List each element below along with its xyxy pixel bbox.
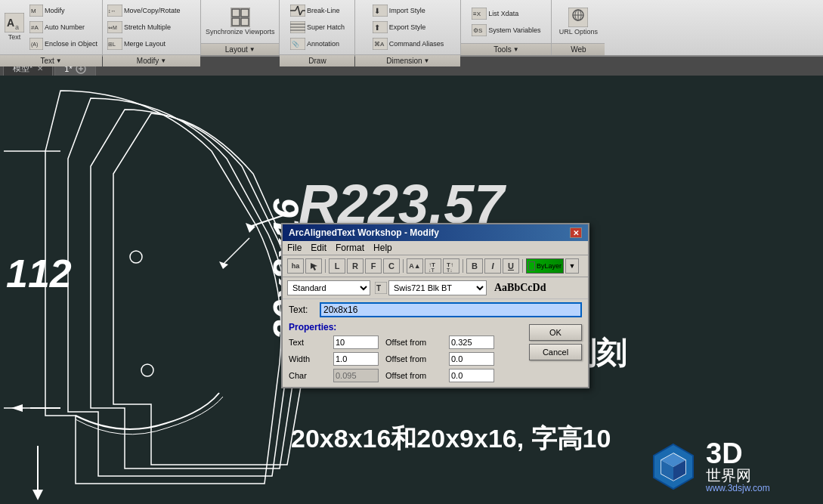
export-style-icon: ⬆ — [373, 21, 388, 33]
dialog-menu-edit[interactable]: Edit — [311, 243, 326, 253]
toolbar-sep-1 — [325, 259, 326, 273]
svg-marker-75 — [311, 263, 317, 271]
svg-text:#A: #A — [31, 24, 39, 31]
font-dropdown[interactable]: Swis721 Blk BT — [388, 280, 487, 295]
super-hatch-icon — [290, 21, 305, 33]
prop-offset3-label: Offset from — [385, 371, 446, 380]
merge-icon: ⊞L — [107, 38, 122, 50]
layout-group-footer[interactable]: Layout ▼ — [201, 43, 279, 55]
system-variables-button[interactable]: ⚙S System Variables — [470, 23, 542, 38]
text-tool-button[interactable]: A a Text — [3, 11, 26, 43]
web-group-footer[interactable]: Web — [552, 43, 605, 55]
dialog-menubar: File Edit Format Help — [283, 241, 588, 255]
tool-L[interactable]: L — [329, 258, 345, 274]
enclose-button[interactable]: (A) Enclose in Object — [28, 36, 99, 51]
auto-number-icon: #A — [29, 21, 43, 33]
svg-text:≡X: ≡X — [473, 11, 481, 17]
command-aliases-button[interactable]: ⌘A Command Aliases — [371, 36, 446, 51]
preview-text: AaBbCcDd — [491, 282, 549, 294]
draw-group: Break-Line Super Hatch 📎 — [280, 0, 355, 55]
prop-char-value[interactable] — [333, 369, 379, 382]
text-field-input[interactable] — [320, 302, 582, 317]
tool-italic[interactable]: I — [484, 258, 501, 274]
tool-F[interactable]: F — [365, 258, 382, 274]
layout-footer-arrow: ▼ — [249, 46, 255, 53]
svg-text:↓T: ↓T — [429, 267, 435, 272]
logo-area: 3D 世界网 www.3dsjw.com — [649, 436, 815, 496]
merge-button[interactable]: ⊞L Merge Layout — [106, 36, 197, 51]
tool-R[interactable]: R — [347, 258, 364, 274]
system-vars-icon: ⚙S — [472, 24, 487, 36]
dimension-footer-arrow: ▼ — [424, 57, 430, 64]
tools-group-footer[interactable]: Tools ▼ — [461, 43, 551, 55]
list-xdata-button[interactable]: ≡X List Xdata — [470, 6, 542, 21]
sync-viewports-button[interactable]: Synchronize Viewports — [204, 6, 276, 38]
auto-number-button[interactable]: #A Auto Number — [28, 20, 99, 35]
toolbar-sep-3 — [463, 259, 463, 273]
draw-group-footer[interactable]: Draw — [280, 54, 354, 66]
tool-text-arc1[interactable]: A▲ — [407, 258, 423, 274]
svg-text:⇔M: ⇔M — [108, 25, 117, 30]
prop-width-value[interactable] — [333, 352, 379, 366]
prop-text-label: Text — [289, 338, 330, 347]
style-dropdown[interactable]: Standard — [287, 280, 370, 295]
svg-text:T: T — [376, 284, 381, 292]
dialog-menu-file[interactable]: File — [287, 243, 302, 253]
svg-text:20x8x16和20x9x16, 字高10: 20x8x16和20x9x16, 字高10 — [291, 424, 611, 453]
super-hatch-button[interactable]: Super Hatch — [289, 20, 346, 35]
dialog-titlebar: ArcAlignedText Workshop - Modify ✕ — [283, 224, 588, 241]
dialog-cancel-button[interactable]: Cancel — [529, 344, 582, 360]
url-options-button[interactable]: URL Options — [558, 6, 599, 38]
export-style-button[interactable]: ⬆ Export Style — [371, 20, 446, 35]
modify-group-footer[interactable]: Modify ▼ — [103, 54, 200, 66]
stretch-button[interactable]: ⇔M Stretch Multiple — [106, 20, 197, 35]
modify-icon: M — [29, 5, 43, 17]
annotation-button[interactable]: 📎 Annotation — [289, 36, 346, 51]
prop-offset2-value[interactable] — [449, 352, 494, 366]
dialog-close-button[interactable]: ✕ — [570, 227, 582, 238]
prop-width-label: Width — [289, 354, 330, 363]
tool-ha[interactable]: ha — [287, 258, 304, 274]
move-copy-button[interactable]: ↕↔ Move/Copy/Rotate — [106, 3, 197, 18]
list-xdata-icon: ≡X — [472, 8, 487, 20]
svg-text:(A): (A) — [31, 42, 38, 48]
text-tool-icon: A a — [5, 13, 24, 32]
dimension-group: ⬇ Import Style ⬆ Export Style ⌘A — [355, 0, 461, 55]
dialog-style-row: Standard T Swis721 Blk BT AaBbCcDd — [283, 277, 588, 299]
break-line-icon — [290, 5, 305, 17]
dialog-menu-help[interactable]: Help — [373, 243, 392, 253]
text-field-label: Text: — [289, 305, 315, 315]
prop-offset3-value[interactable] — [449, 369, 494, 382]
dialog-menu-format[interactable]: Format — [336, 243, 364, 253]
tool-C[interactable]: C — [383, 258, 400, 274]
font-icon: T — [375, 282, 387, 294]
tool-color[interactable]: ByLayer — [526, 258, 564, 274]
tool-bold[interactable]: B — [466, 258, 483, 274]
tool-text-arc3[interactable]: T↑ T↓ — [443, 258, 459, 274]
prop-offset1-value[interactable] — [449, 335, 494, 349]
enclose-icon: (A) — [29, 38, 43, 50]
dimension-group-items: ⬇ Import Style ⬆ Export Style ⌘A — [355, 0, 460, 54]
text-group-footer[interactable]: Text ▼ — [0, 54, 102, 66]
dialog-action-buttons: OK Cancel — [529, 324, 582, 360]
import-style-button[interactable]: ⬇ Import Style — [371, 3, 446, 18]
logo-hexagon — [649, 442, 698, 491]
color-dropdown[interactable]: ▼ — [565, 258, 579, 274]
break-line-button[interactable]: Break-Line — [289, 3, 346, 18]
tool-text-arc2[interactable]: ↑T ↓T — [425, 258, 441, 274]
svg-text:M: M — [31, 8, 36, 14]
modify-sub-items: ↕↔ Move/Copy/Rotate ⇔M Stretch Multiple … — [106, 3, 197, 51]
dimension-group-footer[interactable]: Dimension ▼ — [355, 54, 460, 66]
dialog-title: ArcAlignedText Workshop - Modify — [289, 227, 439, 238]
prop-text-value[interactable] — [333, 335, 379, 349]
tool-cursor[interactable] — [305, 258, 322, 274]
drawing-canvas: R223,57 20x8x16 112 20x8x16和20x9x16, 字高1… — [0, 76, 823, 504]
tool-underline[interactable]: U — [503, 258, 519, 274]
svg-text:112: 112 — [6, 252, 72, 295]
modify-footer-arrow: ▼ — [160, 57, 166, 64]
prop-offset1-label: Offset from — [385, 338, 446, 347]
dialog-ok-button[interactable]: OK — [529, 324, 582, 341]
modify-text-button[interactable]: M Modify — [28, 3, 99, 18]
prop-char-label: Char — [289, 371, 330, 380]
text-group-items: A a Text M Modify #A — [0, 0, 102, 54]
